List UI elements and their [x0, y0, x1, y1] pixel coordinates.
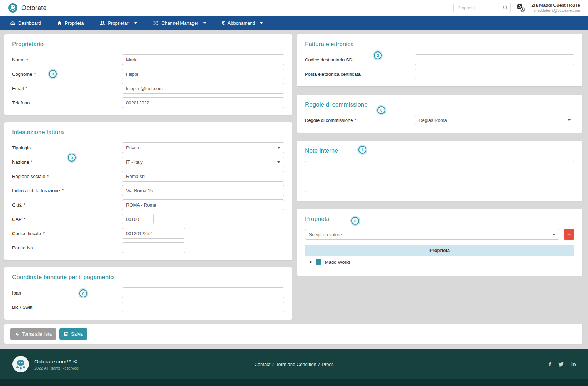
field-label: Indirizzo di fatturazione*: [12, 188, 122, 193]
field-label: Codice destinatario SDI: [305, 57, 415, 63]
search-input[interactable]: [453, 3, 511, 13]
annotation-badge-g: g: [351, 217, 359, 225]
save-button[interactable]: Salva: [59, 328, 87, 340]
label-text: Indirizzo di fatturazione: [12, 188, 60, 193]
nazione-select[interactable]: IT - Italy: [122, 157, 284, 167]
label-text: Nazione: [12, 159, 29, 165]
users-icon: [99, 20, 105, 26]
required-marker: *: [26, 57, 28, 63]
nav-proprieta[interactable]: Proprietà: [57, 20, 84, 26]
field-label: Città*: [12, 202, 122, 208]
annotation-badge-e: e: [377, 106, 385, 114]
regole-commissione-select[interactable]: Reglas Roma: [415, 115, 574, 125]
codice-destinatario-sdi-input[interactable]: [415, 54, 574, 65]
row-checkbox[interactable]: [316, 259, 321, 265]
field-row: Codice destinatario SDI: [305, 54, 574, 65]
label-text: Bic / Swift: [12, 305, 32, 310]
terms-link[interactable]: Term and Condition: [276, 362, 316, 367]
card-coordinate-bancarie: c Coordinate bancarie per il pagamento I…: [4, 267, 292, 320]
cognome-input[interactable]: [122, 69, 284, 79]
field-row: Città*: [12, 199, 284, 210]
required-marker: *: [24, 202, 25, 208]
property-name: Madd World: [325, 259, 350, 265]
nav-dashboard[interactable]: Dashboard: [10, 20, 41, 26]
citta-input[interactable]: [122, 199, 284, 210]
email-input[interactable]: [122, 83, 284, 94]
footer-rights: 2022 All Rights Reserved: [34, 366, 79, 370]
required-marker: *: [43, 231, 45, 236]
arrow-left-icon: [15, 332, 20, 337]
account-info[interactable]: Zia Maddi Guest House maddalena@octorate…: [531, 3, 580, 13]
field-row: Nazione* IT - Italy: [12, 157, 284, 167]
proprieta-select-row: Scegli un valore +: [305, 229, 574, 240]
field-row: Bic / Swift: [12, 302, 284, 312]
indirizzo-fatturazione-input[interactable]: [122, 185, 284, 196]
tipologia-select[interactable]: Privato: [122, 142, 284, 153]
home-icon: [57, 20, 62, 26]
chevron-down-icon: [553, 234, 556, 236]
ragione-sociale-input[interactable]: [122, 171, 284, 182]
iban-input[interactable]: [122, 287, 284, 298]
twitter-icon[interactable]: [558, 362, 564, 367]
label-text: Regole di commissione: [305, 118, 353, 123]
field-row: Posta elettronica certificata: [305, 69, 574, 79]
field-label: Ragione sociale*: [12, 174, 122, 179]
chevron-down-icon: [568, 119, 571, 121]
nav-label: Proprietari: [108, 20, 129, 26]
card-title: Proprietà: [305, 216, 574, 223]
required-marker: *: [24, 217, 25, 222]
card-note-interne: f Note interne: [297, 141, 582, 201]
facebook-icon[interactable]: f: [549, 361, 551, 367]
label-text: Codice destinatario SDI: [305, 57, 354, 63]
select-value: Privato: [126, 145, 140, 150]
nav-abbonamenti[interactable]: € Abbonamenti: [222, 20, 263, 26]
contact-link[interactable]: Contact: [254, 362, 270, 367]
cap-input[interactable]: [122, 214, 154, 224]
codice-fiscale-input[interactable]: [122, 228, 185, 239]
back-to-list-button[interactable]: Torna alla lista: [10, 328, 56, 340]
press-link[interactable]: Press: [322, 362, 333, 367]
linkedin-icon[interactable]: in: [571, 361, 576, 367]
annotation-badge-d: d: [374, 51, 382, 59]
annotation-badge-b: b: [68, 154, 76, 162]
card-proprieta: g Proprietà Scegli un valore + Proprietà…: [297, 209, 582, 276]
field-row: Tipologia Privato: [12, 142, 284, 153]
nav-channel-manager[interactable]: Channel Manager: [153, 20, 206, 26]
card-title: Fattura elettronica: [305, 41, 574, 48]
label-text: Tipologia: [12, 145, 31, 150]
euro-icon: €: [222, 20, 225, 26]
nav-proprietari[interactable]: Proprietari: [99, 20, 137, 26]
required-marker: *: [355, 118, 356, 123]
button-label: Torna alla lista: [22, 331, 52, 337]
nome-input[interactable]: [122, 54, 284, 65]
bic-swift-input[interactable]: [122, 302, 284, 312]
right-column: d Fattura elettronica Codice destinatari…: [297, 34, 582, 276]
nav-label: Dashboard: [18, 20, 41, 26]
select-value: IT - Italy: [126, 159, 143, 165]
field-row: Iban: [12, 287, 284, 298]
octorate-logo-icon: [8, 3, 18, 13]
account-name: Zia Maddi Guest House: [531, 3, 580, 8]
add-proprieta-button[interactable]: +: [564, 229, 574, 240]
partita-iva-input[interactable]: [122, 242, 185, 253]
chevron-down-icon: [277, 161, 280, 163]
table-row[interactable]: Madd World: [305, 256, 574, 268]
link-separator: /: [318, 362, 320, 367]
proprieta-select[interactable]: Scegli un valore: [305, 229, 559, 240]
telefono-input[interactable]: [122, 97, 284, 108]
translate-icon[interactable]: [517, 4, 525, 12]
card-intestazione-fattura: b Intestazione fattura Tipologia Privato…: [4, 122, 292, 260]
pec-input[interactable]: [415, 69, 574, 79]
expand-caret-icon[interactable]: [310, 260, 312, 264]
field-row: Partita Iva: [12, 242, 284, 253]
link-separator: /: [272, 362, 274, 367]
field-label: Partita Iva: [12, 245, 122, 251]
field-label: Cognome*: [12, 71, 122, 77]
search-icon[interactable]: [503, 5, 508, 10]
page: Octorate Zia Maddi Guest House maddalena…: [0, 0, 588, 386]
field-label: Bic / Swift: [12, 305, 122, 310]
note-interne-textarea[interactable]: [305, 161, 574, 192]
label-text: Cognome: [12, 71, 32, 77]
card-title: Regole di commissione: [305, 101, 574, 108]
field-row: Indirizzo di fatturazione*: [12, 185, 284, 196]
